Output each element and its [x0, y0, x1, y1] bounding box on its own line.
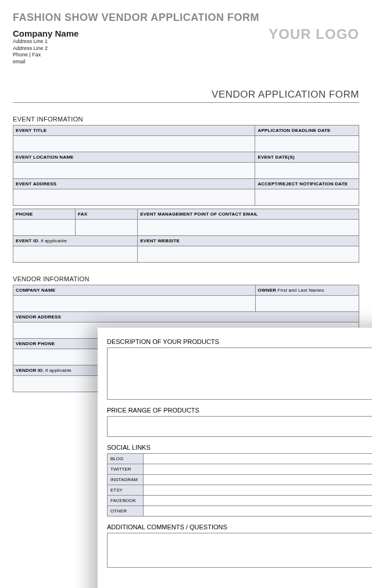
- social-label-facebook: FACEBOOK: [108, 496, 144, 506]
- social-label-blog: BLOG: [108, 454, 144, 464]
- event-section-title: EVENT INFORMATION: [13, 116, 359, 123]
- logo-placeholder: YOUR LOGO: [269, 26, 359, 42]
- price-title: PRICE RANGE OF PRODUCTS: [107, 407, 372, 414]
- page-2: DESCRIPTION OF YOUR PRODUCTS PRICE RANGE…: [98, 328, 372, 588]
- company-phone-fax: Phone | Fax: [13, 52, 78, 59]
- input-owner[interactable]: [255, 295, 359, 311]
- input-social-instagram[interactable]: [144, 475, 373, 485]
- label-owner-bold: OWNER: [258, 288, 277, 293]
- input-company[interactable]: [13, 295, 256, 311]
- label-event-id-sub: if applicable: [40, 238, 67, 243]
- label-vendor-id-sub: if applicable: [44, 368, 71, 373]
- label-owner-sub: First and Last Names: [276, 288, 324, 293]
- input-event-title[interactable]: [13, 135, 255, 152]
- label-company: COMPANY NAME: [13, 285, 256, 295]
- company-addr1: Address Line 1: [13, 38, 78, 45]
- label-vendor-id-bold: VENDOR ID.: [16, 368, 44, 373]
- social-table: BLOG TWITTER INSTAGRAM ETSY FACEBOOK OTH…: [107, 453, 372, 517]
- input-comments[interactable]: [107, 533, 372, 568]
- company-name: Company Name: [13, 28, 78, 38]
- input-social-etsy[interactable]: [144, 485, 373, 496]
- main-title: FASHION SHOW VENDOR APPLICATION FORM: [13, 12, 359, 24]
- label-address: EVENT ADDRESS: [13, 178, 255, 189]
- input-address[interactable]: [13, 189, 255, 205]
- input-social-blog[interactable]: [144, 454, 373, 464]
- vendor-section-title: VENDOR INFORMATION: [13, 275, 359, 282]
- input-poc-email[interactable]: [138, 219, 359, 235]
- label-event-title: EVENT TITLE: [13, 125, 255, 135]
- label-owner: OWNER First and Last Names: [255, 285, 359, 295]
- input-phone[interactable]: [13, 219, 76, 235]
- label-event-id-bold: EVENT ID.: [16, 238, 40, 243]
- label-location: EVENT LOCATION NAME: [13, 152, 255, 162]
- social-label-other: OTHER: [108, 506, 144, 517]
- company-block: Company Name Address Line 1 Address Line…: [13, 28, 78, 66]
- input-deadline[interactable]: [255, 135, 359, 152]
- label-deadline: APPLICATION DEADLINE DATE: [255, 125, 359, 135]
- social-label-etsy: ETSY: [108, 485, 144, 496]
- label-event-id: EVENT ID. if applicable: [13, 235, 138, 246]
- label-phone: PHONE: [13, 209, 76, 219]
- social-label-instagram: INSTAGRAM: [108, 475, 144, 485]
- input-notify[interactable]: [255, 189, 359, 205]
- company-email: email: [13, 59, 78, 66]
- label-dates: EVENT DATE(S): [255, 152, 359, 162]
- event-table: EVENT TITLE APPLICATION DEADLINE DATE EV…: [13, 125, 359, 263]
- social-title: SOCIAL LINKS: [107, 444, 372, 451]
- label-notify: ACCEPT/REJECT NOTIFICATION DATE: [255, 178, 359, 189]
- input-social-facebook[interactable]: [144, 496, 373, 506]
- label-fax: FAX: [76, 209, 138, 219]
- social-label-twitter: TWITTER: [108, 464, 144, 475]
- input-price-range[interactable]: [107, 416, 372, 437]
- company-addr2: Address Line 2: [13, 45, 78, 52]
- input-website[interactable]: [138, 246, 359, 262]
- comments-title: ADDITIONAL COMMENTS / QUESTIONS: [107, 524, 372, 530]
- input-social-twitter[interactable]: [144, 464, 373, 475]
- label-website: EVENT WEBSITE: [138, 235, 359, 246]
- form-title: VENDOR APPLICATION FORM: [13, 89, 359, 103]
- input-location[interactable]: [13, 162, 255, 178]
- label-vendor-address: VENDOR ADDRESS: [13, 311, 359, 322]
- desc-title: DESCRIPTION OF YOUR PRODUCTS: [107, 338, 372, 345]
- input-social-other[interactable]: [144, 506, 373, 517]
- input-fax[interactable]: [76, 219, 138, 235]
- input-event-id[interactable]: [13, 246, 138, 262]
- header-row: Company Name Address Line 1 Address Line…: [13, 28, 359, 66]
- input-dates[interactable]: [255, 162, 359, 178]
- label-poc-email: EVENT MANAGEMENT POINT OF CONTACT EMAIL: [138, 209, 359, 219]
- input-description[interactable]: [107, 347, 372, 400]
